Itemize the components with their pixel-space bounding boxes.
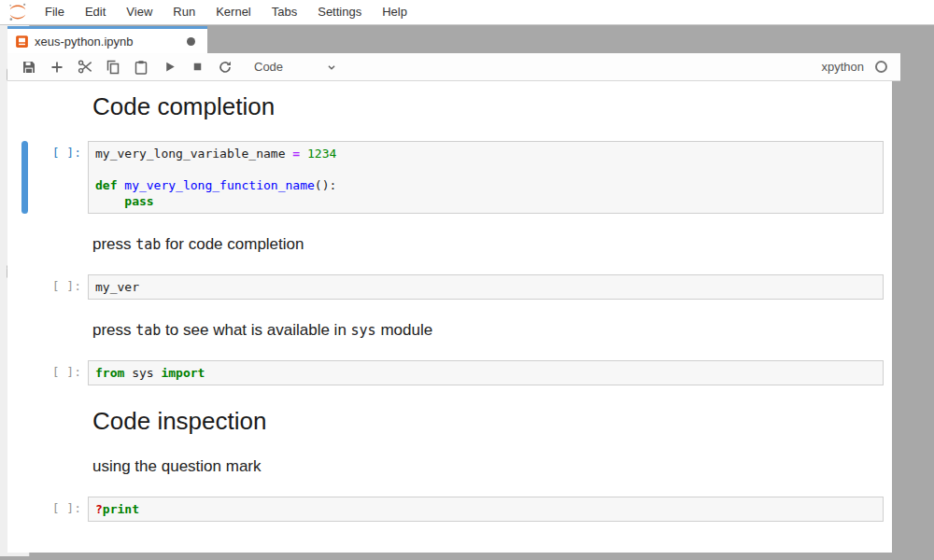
cell-editor[interactable]: my_very_long_variable_name = 1234 def my…: [88, 141, 884, 214]
input-prompt: [ ]:: [7, 360, 88, 385]
cell-editor[interactable]: from sys import: [88, 360, 884, 385]
code-line: from sys import: [95, 365, 876, 381]
save-button[interactable]: [15, 55, 43, 79]
notebook-file-icon: [15, 35, 29, 49]
menu-help[interactable]: Help: [372, 0, 417, 24]
menu-file[interactable]: File: [35, 0, 75, 24]
input-prompt: [ ]:: [7, 497, 88, 522]
markdown-heading: Code inspection: [7, 405, 892, 437]
main-menu-bar: File Edit View Run Kernel Tabs Settings …: [0, 0, 934, 25]
notebook-panel: Code completion[ ]:my_very_long_variable…: [7, 81, 892, 553]
copy-cells-button[interactable]: [99, 55, 127, 79]
menu-settings[interactable]: Settings: [307, 0, 372, 24]
menu-kernel[interactable]: Kernel: [205, 0, 262, 24]
cell-editor[interactable]: my_ver: [88, 274, 884, 300]
markdown-paragraph: using the question mark: [7, 455, 892, 478]
chevron-down-icon: [325, 61, 338, 74]
kernel-name[interactable]: xpython: [821, 60, 864, 74]
active-cell-indicator[interactable]: [21, 141, 28, 214]
cut-cells-button[interactable]: [71, 55, 99, 79]
input-prompt: [ ]:: [7, 141, 88, 214]
notebook-cells: Code completion[ ]:my_very_long_variable…: [7, 91, 892, 522]
code-cell: [ ]:my_ver: [7, 274, 884, 300]
cell-editor[interactable]: ?print: [88, 497, 884, 522]
notebook-toolbar: Code xpython: [7, 53, 900, 81]
menu-run[interactable]: Run: [163, 0, 205, 24]
code-line: my_very_long_variable_name = 1234: [95, 146, 876, 161]
insert-cell-button[interactable]: [43, 55, 71, 79]
menu-view[interactable]: View: [116, 0, 163, 24]
menu-tabs[interactable]: Tabs: [262, 0, 307, 24]
markdown-paragraph: press tab to see what is available in sy…: [7, 319, 892, 342]
menu-edit[interactable]: Edit: [75, 0, 116, 24]
tab-xeus-python[interactable]: xeus-python.ipynb: [7, 26, 207, 53]
restart-kernel-button[interactable]: [211, 55, 239, 79]
cell-type-value: Code: [254, 60, 283, 74]
input-prompt: [ ]:: [7, 274, 88, 300]
code-line: [95, 161, 876, 177]
code-line: ?print: [95, 501, 876, 517]
markdown-paragraph: press tab for code completion: [7, 233, 892, 256]
code-line: pass: [95, 193, 876, 209]
run-cell-button[interactable]: [155, 55, 183, 79]
code-line: my_ver: [95, 279, 876, 295]
jupyter-logo-icon: [0, 2, 35, 22]
interrupt-kernel-button[interactable]: [183, 55, 211, 79]
kernel-status-icon[interactable]: [875, 61, 887, 73]
code-cell: [ ]:?print: [7, 497, 884, 522]
markdown-heading: Code completion: [7, 91, 892, 122]
unsaved-changes-indicator[interactable]: [187, 37, 195, 46]
code-cell: [ ]:from sys import: [7, 360, 884, 385]
tab-title: xeus-python.ipynb: [35, 35, 187, 49]
dock-panel: xeus-python.ipynb: [0, 25, 934, 560]
code-cell: [ ]:my_very_long_variable_name = 1234 de…: [7, 141, 884, 214]
code-line: def my_very_long_function_name():: [95, 177, 876, 193]
paste-cells-button[interactable]: [127, 55, 155, 79]
cell-type-select[interactable]: Code: [254, 60, 338, 74]
